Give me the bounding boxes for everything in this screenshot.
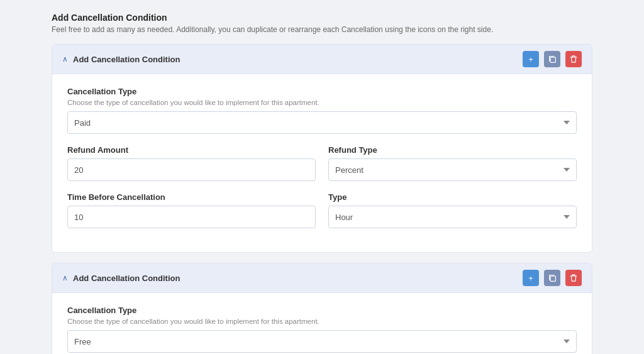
- page-title: Add Cancellation Condition: [52, 13, 592, 23]
- type-select-1[interactable]: HourDayWeekMonth: [328, 206, 577, 228]
- condition-header-title-1: Add Cancellation Condition: [73, 55, 180, 64]
- cancellation-type-group-1: Cancellation Type Choose the type of can…: [67, 87, 577, 134]
- svg-rect-1: [550, 276, 555, 281]
- refund-amount-input-1[interactable]: [67, 158, 316, 181]
- refund-type-select-1[interactable]: PercentFixed: [328, 158, 577, 181]
- condition-header-left-2: ∧ Add Cancellation Condition: [62, 274, 180, 283]
- condition-body-1: Cancellation Type Choose the type of can…: [52, 74, 592, 252]
- add-icon-btn-1[interactable]: +: [523, 51, 539, 67]
- time-before-input-1[interactable]: [67, 206, 316, 228]
- condition-body-2: Cancellation Type Choose the type of can…: [52, 293, 592, 354]
- page-subtitle: Feel free to add as many as needed. Addi…: [52, 25, 592, 34]
- copy-icon-btn-1[interactable]: [544, 51, 560, 67]
- cancellation-type-label-1: Cancellation Type: [67, 87, 577, 96]
- condition-header-left-1: ∧ Add Cancellation Condition: [62, 55, 180, 64]
- cancellation-type-group-2: Cancellation Type Choose the type of can…: [67, 306, 577, 353]
- delete-icon-btn-2[interactable]: [565, 270, 582, 286]
- condition-header-actions-2: +: [523, 270, 582, 286]
- condition-card-2: ∧ Add Cancellation Condition + Cancellat…: [52, 263, 592, 354]
- condition-header-actions-1: +: [523, 51, 582, 67]
- type-label-1: Type: [328, 192, 577, 202]
- delete-icon-btn-1[interactable]: [565, 51, 582, 67]
- time-before-col-1: Time Before Cancellation: [67, 192, 316, 228]
- collapse-icon-1[interactable]: ∧: [62, 55, 68, 64]
- cancellation-type-select-1[interactable]: PaidFreeNon-refundable: [67, 111, 577, 134]
- condition-header-title-2: Add Cancellation Condition: [73, 274, 180, 283]
- time-type-row-1: Time Before Cancellation Type HourDayWee…: [67, 192, 577, 228]
- collapse-icon-2[interactable]: ∧: [62, 274, 68, 282]
- svg-rect-0: [550, 57, 555, 62]
- cancellation-type-select-2[interactable]: PaidFreeNon-refundable: [67, 330, 577, 353]
- refund-type-label-1: Refund Type: [328, 145, 577, 155]
- conditions-container: ∧ Add Cancellation Condition + Cancellat…: [52, 44, 592, 354]
- condition-header-1: ∧ Add Cancellation Condition +: [52, 45, 592, 74]
- condition-header-2: ∧ Add Cancellation Condition +: [52, 263, 592, 293]
- page-wrapper: Add Cancellation Condition Feel free to …: [39, 13, 605, 354]
- copy-icon-btn-2[interactable]: [544, 270, 560, 286]
- condition-card-1: ∧ Add Cancellation Condition + Cancellat…: [52, 44, 592, 253]
- cancellation-type-sublabel-2: Choose the type of cancellation you woul…: [67, 318, 577, 325]
- cancellation-type-label-2: Cancellation Type: [67, 306, 577, 315]
- refund-amount-col-1: Refund Amount: [67, 145, 316, 181]
- refund-type-col-1: Refund Type PercentFixed: [328, 145, 577, 181]
- add-icon-btn-2[interactable]: +: [523, 270, 539, 286]
- refund-row-1: Refund Amount Refund Type PercentFixed: [67, 145, 577, 181]
- type-col-1: Type HourDayWeekMonth: [328, 192, 577, 228]
- time-before-label-1: Time Before Cancellation: [67, 192, 316, 202]
- cancellation-type-sublabel-1: Choose the type of cancellation you woul…: [67, 99, 577, 106]
- refund-amount-label-1: Refund Amount: [67, 145, 316, 155]
